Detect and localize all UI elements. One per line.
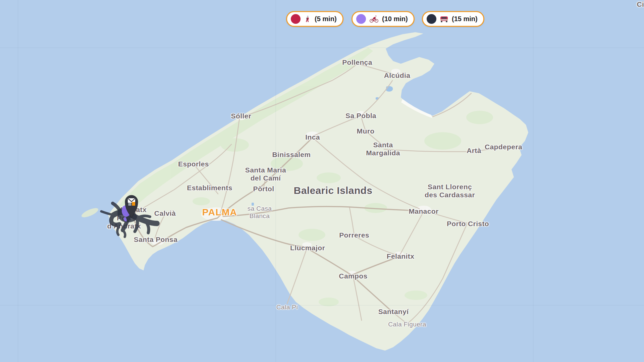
legend-label-driving: (15 min) bbox=[452, 15, 478, 23]
walking-icon bbox=[304, 15, 311, 23]
legend-pill-driving[interactable]: (15 min) bbox=[422, 11, 484, 27]
car-icon bbox=[440, 15, 448, 23]
legend-pill-walking[interactable]: (5 min) bbox=[286, 11, 343, 27]
legend-label-walking: (5 min) bbox=[315, 15, 337, 23]
map-canvas[interactable] bbox=[0, 0, 644, 362]
map-app: { "legend": { "items": [ {"mode":"walkin… bbox=[0, 0, 644, 362]
cycling-color-swatch bbox=[356, 14, 366, 24]
legend-label-cycling: (10 min) bbox=[382, 15, 408, 23]
driving-color-swatch bbox=[427, 14, 436, 24]
legend-pill-cycling[interactable]: (10 min) bbox=[352, 11, 415, 27]
cycling-icon bbox=[369, 15, 379, 23]
walking-color-swatch bbox=[291, 14, 301, 24]
